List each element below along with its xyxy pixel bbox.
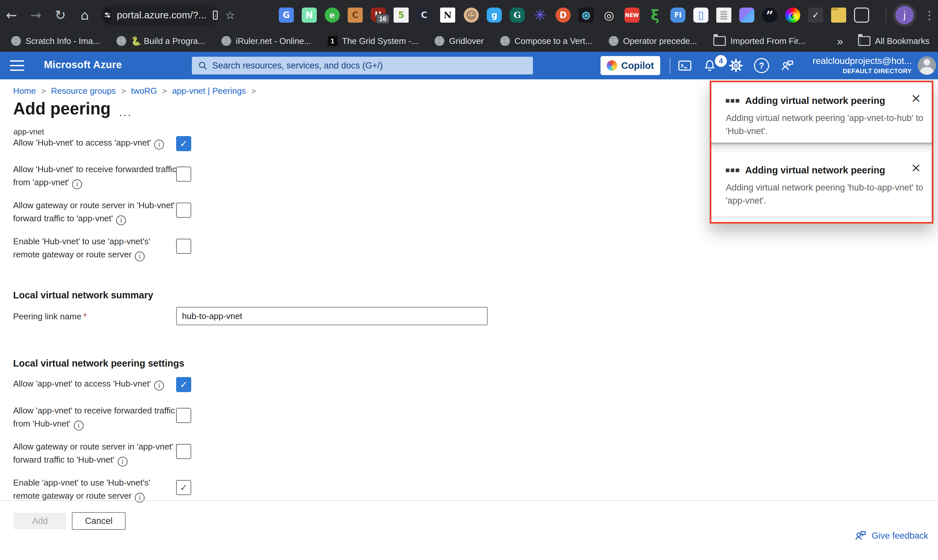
avatar-face-icon[interactable]: ☺ <box>464 8 479 23</box>
copilot-button[interactable]: Copilot <box>601 56 660 75</box>
url-text: portal.azure.com/?... <box>117 9 206 21</box>
install-app-icon[interactable]: ↓ <box>213 11 218 20</box>
evernote-elephant-icon[interactable]: e <box>325 8 340 23</box>
account-avatar[interactable] <box>918 56 936 75</box>
phone-icon[interactable]: ▯ <box>693 8 709 23</box>
search-input[interactable] <box>211 60 508 71</box>
grammarly-icon[interactable]: G <box>510 8 525 23</box>
color-ring-icon[interactable]: ○ <box>785 8 800 23</box>
react-atom-icon[interactable]: ⊛ <box>579 8 594 23</box>
azure-search-bar[interactable] <box>192 57 533 74</box>
checkbox-app-gateway-forward[interactable] <box>176 444 191 459</box>
fi-blue-icon[interactable]: FI <box>670 8 685 23</box>
target-rings-icon[interactable]: ◎ <box>602 8 616 23</box>
chevron-right-icon: > <box>251 86 256 96</box>
google-translate-icon[interactable]: G <box>279 8 294 23</box>
feedback-icon[interactable] <box>779 57 796 74</box>
give-feedback-link[interactable]: Give feedback <box>854 529 928 542</box>
bookmarks-overflow-icon[interactable]: » <box>837 35 843 48</box>
account-directory: DEFAULT DIRECTORY <box>813 68 912 75</box>
setting-label: Enable 'Hub-vnet' to use 'app-vnet's' re… <box>13 236 150 259</box>
bookmark-star-icon[interactable]: ☆ <box>225 9 235 22</box>
bookmark-folder[interactable]: Imported From Fir... <box>713 36 805 46</box>
add-button[interactable]: Add <box>14 513 66 529</box>
bookmark-item[interactable]: Compose to a Vert... <box>500 36 592 46</box>
checkbox-hub-forwarded-traffic[interactable] <box>176 166 191 182</box>
info-icon[interactable]: i <box>135 493 145 503</box>
info-icon[interactable]: i <box>154 381 164 391</box>
ghostery-ghost-icon[interactable]: g <box>487 8 502 23</box>
breadcrumb-app-vnet-peerings[interactable]: app-vnet | Peerings <box>172 86 246 96</box>
info-icon[interactable]: i <box>135 251 145 261</box>
info-icon[interactable]: i <box>74 421 84 431</box>
address-bar[interactable]: portal.azure.com/?... ↓ ☆ <box>101 5 219 26</box>
all-bookmarks-button[interactable]: All Bookmarks <box>858 36 929 46</box>
bookmark-item[interactable]: Scratch Info - Ima... <box>11 36 100 46</box>
setting-row: Allow 'app-vnet' to access 'Hub-vnet'i <box>13 377 216 391</box>
account-email: realcloudprojects@hot... <box>813 56 912 66</box>
duckduckgo-icon[interactable]: D <box>556 8 571 23</box>
numeral-favicon: 1 <box>328 36 337 46</box>
header-separator <box>670 58 670 74</box>
checkbox-hub-gateway-forward[interactable] <box>176 203 191 218</box>
browser-menu-icon[interactable]: ⋮ <box>923 0 936 30</box>
seo-doc-icon[interactable]: 5 <box>394 8 409 23</box>
checkbox-app-remote-gateway[interactable] <box>176 480 191 495</box>
breadcrumb: Home > Resource groups > twoRG > app-vne… <box>13 86 256 96</box>
azure-brand[interactable]: Microsoft Azure <box>44 59 122 71</box>
info-icon[interactable]: i <box>72 179 82 189</box>
starburst-icon[interactable]: ✳ <box>533 8 548 23</box>
duo-grid-icon[interactable] <box>739 8 754 23</box>
quote-dark-icon[interactable]: ” <box>762 8 777 23</box>
close-icon[interactable]: × <box>909 91 923 105</box>
account-info[interactable]: realcloudprojects@hot... DEFAULT DIRECTO… <box>813 56 912 75</box>
breadcrumb-tworg[interactable]: twoRG <box>131 86 157 96</box>
bookmark-item[interactable]: 🐍 Build a Progra... <box>116 36 205 46</box>
new-badge-icon[interactable]: NEW <box>624 8 639 23</box>
checkbox-hub-remote-gateway[interactable] <box>176 239 191 254</box>
site-settings-icon[interactable] <box>104 7 111 23</box>
browser-profile-button[interactable]: j <box>893 3 916 27</box>
forward-icon[interactable]: → <box>24 0 47 30</box>
mint-n-icon[interactable]: N <box>302 8 317 23</box>
notification-count-badge: 4 <box>714 54 727 68</box>
lorem-doc-icon[interactable]: ≣ <box>716 8 732 23</box>
setting-row: Allow 'app-vnet' to receive forwarded tr… <box>13 404 216 431</box>
sticky-folder-icon[interactable] <box>831 8 846 23</box>
notion-icon[interactable]: N <box>439 7 456 23</box>
globe-favicon <box>221 36 231 46</box>
info-icon[interactable]: i <box>118 457 128 466</box>
camel-journal-icon[interactable]: C <box>348 8 363 23</box>
crescent-c-icon[interactable]: C <box>416 8 431 23</box>
toast-body: Adding virtual network peering 'hub-to-a… <box>726 181 930 207</box>
bookmark-item[interactable]: Operator precede... <box>609 36 697 46</box>
help-icon[interactable]: ? <box>753 57 770 74</box>
form-divider <box>0 500 938 501</box>
setting-row: Enable 'Hub-vnet' to use 'app-vnet's' re… <box>13 235 216 261</box>
cancel-button[interactable]: Cancel <box>72 512 126 530</box>
checkbox-allow-hub-access[interactable] <box>176 136 191 151</box>
cloud-shell-icon[interactable] <box>676 57 693 74</box>
title-more-icon[interactable]: ··· <box>119 108 132 121</box>
checkbox-allow-app-access[interactable] <box>176 377 191 392</box>
mantis-icon[interactable]: ξ <box>647 8 662 23</box>
info-icon[interactable]: i <box>116 215 126 225</box>
setting-row: Allow 'Hub-vnet' to access 'app-vnet'i <box>13 136 216 149</box>
breadcrumb-home[interactable]: Home <box>13 86 36 96</box>
home-icon[interactable]: ⌂ <box>73 0 96 30</box>
peering-link-name-input[interactable] <box>176 307 488 325</box>
breadcrumb-resource-groups[interactable]: Resource groups <box>51 86 116 96</box>
bookmark-item[interactable]: iRuler.net - Online... <box>221 36 311 46</box>
reload-icon[interactable]: ↻ <box>49 0 72 30</box>
settings-gear-icon[interactable] <box>727 57 744 74</box>
info-icon[interactable]: i <box>154 140 164 149</box>
close-icon[interactable]: × <box>909 160 923 175</box>
bookmark-item[interactable]: 1The Grid System -... <box>328 36 419 46</box>
hamburger-menu-icon[interactable] <box>10 60 24 71</box>
extensions-puzzle-icon[interactable] <box>854 8 869 23</box>
todo-check-icon[interactable]: ✓ <box>808 8 823 23</box>
checkbox-app-forwarded-traffic[interactable] <box>176 408 191 423</box>
bookmark-item[interactable]: Gridlover <box>434 36 484 46</box>
back-icon[interactable]: ← <box>0 0 23 30</box>
feedback-person-icon <box>854 529 867 542</box>
